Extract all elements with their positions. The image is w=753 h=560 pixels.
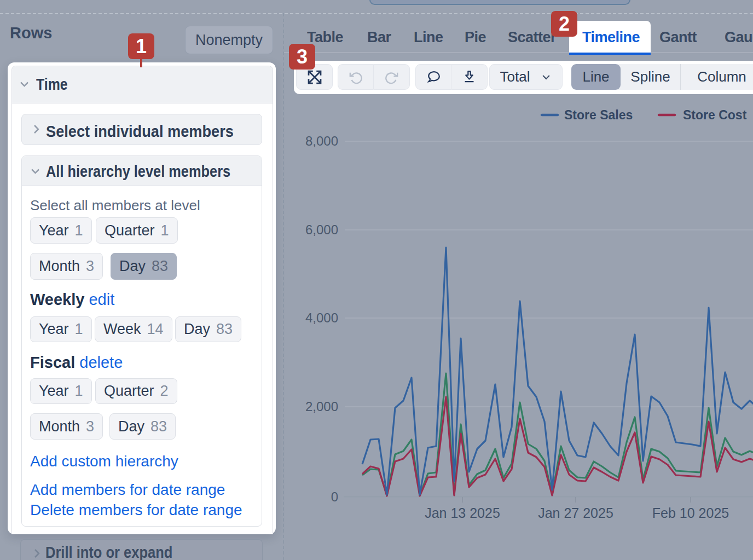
svg-text:2,000: 2,000: [305, 399, 338, 414]
svg-text:Store Sales: Store Sales: [564, 108, 633, 122]
svg-text:Jan 27 2025: Jan 27 2025: [538, 505, 613, 521]
svg-text:4,000: 4,000: [305, 310, 338, 325]
svg-text:6,000: 6,000: [305, 222, 338, 237]
svg-text:0: 0: [331, 489, 338, 504]
svg-text:8,000: 8,000: [305, 134, 338, 148]
svg-text:Store Cost: Store Cost: [683, 108, 747, 122]
svg-text:Jan 13 2025: Jan 13 2025: [425, 505, 500, 521]
svg-text:Feb 10 2025: Feb 10 2025: [652, 505, 729, 521]
